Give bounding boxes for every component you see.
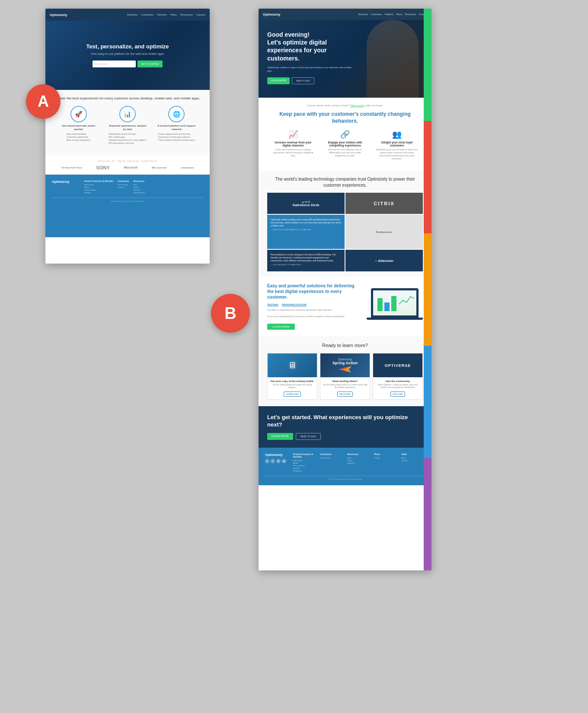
b-hero-test-button[interactable]: TEST IT OUT <box>292 77 314 84</box>
a-feature-1: 🚀 Get started and take action quickly Ea… <box>59 106 98 145</box>
a-footer-col-2: Customers Case Studies Reviews <box>118 180 129 194</box>
b-footer-link-cases[interactable]: Case Studies <box>320 457 344 459</box>
b-feature-revenue: 📈 Increase revenue from your digital cha… <box>272 130 315 160</box>
b-footer-col-4: Plans Pricing <box>374 453 398 472</box>
b-footer-link-guides[interactable]: Guides <box>347 459 371 462</box>
b-footer-link-web[interactable]: Web Testing <box>293 459 317 462</box>
b-footer-col-5-title: Other <box>401 453 425 455</box>
b-footer-link-pricing[interactable]: Pricing <box>374 457 398 459</box>
b-nav-solutions[interactable]: Solutions <box>358 13 368 16</box>
b-card-spring-title: Need landing ideas? <box>323 380 368 382</box>
a-nav-careers[interactable]: Careers <box>196 13 205 16</box>
b-card-optiverse-title: Join the community. <box>375 380 420 382</box>
a-footer-link-blog[interactable]: Blog <box>133 184 145 186</box>
b-footer-link-integrations[interactable]: Integrations <box>293 470 317 472</box>
a-get-started-button[interactable]: GET STARTED <box>137 60 162 67</box>
b-footer-col-1-title: Product Features & Benefits <box>293 453 317 458</box>
b-feature-engage-desc: Discover the most effective ways to diff… <box>323 148 367 157</box>
b-logo-comscore: Comscore <box>345 215 423 249</box>
b-card-testing: 🖥 Get your copy of the testing toolkit. … <box>267 353 317 400</box>
a-bullet-2-3: Targeted experiences for every platform <box>109 139 147 141</box>
b-curious-section: Curious about what's going on here? Take… <box>259 98 431 171</box>
b-card-spring-register-button[interactable]: REGISTER <box>337 392 353 397</box>
a-footer-link-reviews[interactable]: Reviews <box>118 186 129 188</box>
a-footer-link-guides[interactable]: Guides <box>133 186 145 188</box>
b-salesforce-label: Salesforce Desk <box>293 203 320 207</box>
a-nav-customers[interactable]: Customers <box>141 13 153 16</box>
a-feature-2: 📊 Powerful experiences, backed by data O… <box>108 106 147 145</box>
b-card-testing-download-button[interactable]: DOWNLOAD <box>284 392 300 397</box>
b-social-twitter-icon[interactable]: t <box>271 459 275 463</box>
a-footer-logo: Optimizely <box>52 180 78 194</box>
b-social-linkedin-icon[interactable]: in <box>276 459 281 463</box>
b-solutions-learn-more-button[interactable]: LEARN MORE <box>267 324 295 330</box>
b-laptop-base <box>367 318 423 320</box>
b-trust-title: The world's leading technology companies… <box>267 176 423 188</box>
a-email-input[interactable]: Work Email <box>93 60 136 67</box>
b-card-optiverse-explore-button[interactable]: EXPLORE <box>390 392 405 397</box>
a-hero: Test, personalize, and optimize One easy… <box>45 21 210 90</box>
b-footer-left: Optimizely f t in g+ <box>265 453 289 472</box>
a-footer-link-personalization[interactable]: Personalization <box>84 189 113 191</box>
b-nav-plans[interactable]: Plans <box>396 13 402 16</box>
b-card-testing-bg: 🖥 <box>268 353 317 377</box>
b-footer-col-2: Customers Case Studies <box>320 453 344 472</box>
a-nav-partners[interactable]: Partners <box>157 13 167 16</box>
b-footer-link-blog[interactable]: Blog <box>347 457 371 459</box>
b-footer-top: Optimizely f t in g+ Product Features & … <box>265 453 425 472</box>
a-bullet-2-1: Optimization across the web <box>109 133 147 135</box>
b-solutions-text: Easy and powerful solutions for deliveri… <box>267 283 361 330</box>
a-navbar: Optimizely Solutions Customers Partners … <box>45 9 210 21</box>
b-footer-link-personalization[interactable]: Personalization <box>293 465 317 467</box>
b-card-testing-image: 🖥 <box>268 353 317 377</box>
a-footer-link-docs[interactable]: Documentation <box>133 191 145 194</box>
b-curious-link[interactable]: Take a peek <box>350 104 364 107</box>
a-footer-col-1-title: Product Features & Benefits <box>84 180 113 182</box>
b-tab-personalization[interactable]: PERSONALIZATION <box>282 303 307 306</box>
b-footer-link-careers[interactable]: Careers <box>401 459 425 462</box>
b-card-spring-desc: Join the Spring Action series for conten… <box>323 384 368 389</box>
b-nav-platform[interactable]: Platform <box>385 13 393 16</box>
b-cta-learn-more-button[interactable]: LEARN MORE <box>267 433 293 440</box>
a-footer-link-mobile[interactable]: Mobile <box>84 186 113 188</box>
b-nav-resources[interactable]: Resources <box>405 13 416 16</box>
a-nav-resources[interactable]: Resources <box>180 13 193 16</box>
b-cta-test-button[interactable]: TEST IT OUT <box>296 433 321 440</box>
b-tab-testing[interactable]: TESTING <box>267 303 278 306</box>
b-footer-link-webinars[interactable]: Webinars <box>347 462 371 464</box>
b-hero-subtitle: Optimizely makes it easy to test and per… <box>267 66 353 73</box>
a-footer-link-webinars[interactable]: Webinars <box>133 189 145 191</box>
a-footer-link-analytics[interactable]: Analytics <box>84 191 113 194</box>
b-card-testing-title: Get your copy of the testing toolkit. <box>270 380 315 382</box>
a-nav-plans[interactable]: Plans <box>170 13 177 16</box>
a-feature-3-title: A trusted platform and support network <box>157 124 196 131</box>
a-feature-2-title: Powerful experiences, backed by data <box>108 124 147 131</box>
b-nav-links: Solutions Customers Platform Plans Resou… <box>358 13 427 16</box>
screenshot-b: Optimizely Solutions Customers Platform … <box>259 9 431 570</box>
b-footer-link-mobile[interactable]: Mobile <box>293 462 317 464</box>
b-hero-learn-more-button[interactable]: LEARN MORE <box>267 77 290 84</box>
a-nav-links: Solutions Customers Partners Plans Resou… <box>127 13 205 16</box>
b-behaviors-features: 📈 Increase revenue from your digital cha… <box>267 130 423 160</box>
b-footer-link-analytics[interactable]: Analytics <box>293 467 317 469</box>
a-feature-1-icon: 🚀 <box>70 106 87 122</box>
a-feature-2-bullets: Optimization across the web Rich mobile … <box>109 133 147 145</box>
b-solutions-title: Easy and powerful solutions for deliveri… <box>267 283 361 300</box>
b-social-facebook-icon[interactable]: f <box>265 459 269 463</box>
b-footer-col-2-title: Customers <box>320 453 344 455</box>
a-hero-search-form: Work Email GET STARTED <box>93 60 162 67</box>
a-footer-link-cases[interactable]: Case Studies <box>118 184 129 186</box>
a-nav-solutions[interactable]: Solutions <box>127 13 138 16</box>
a-logo: Optimizely <box>50 13 127 17</box>
b-nav-customers[interactable]: Customers <box>371 13 382 16</box>
b-social-googleplus-icon[interactable]: g+ <box>282 459 286 463</box>
b-salesforce-desk-icon: ☁ desk <box>301 200 310 203</box>
a-footer-link-web[interactable]: Web Testing <box>84 184 113 186</box>
b-card-spring-bg: Optimizely Spring Action <box>320 353 370 377</box>
a-footer-col-3-title: Resources <box>133 180 145 182</box>
a-bullet-3-3: Fully scalable enterprise infrastructure <box>158 139 195 141</box>
a-logo-sony: SONY <box>96 165 110 170</box>
b-solutions-tabs: TESTING PERSONALIZATION <box>267 303 361 306</box>
b-footer-col-3-title: Resources <box>347 453 371 455</box>
b-footer-link-about[interactable]: About <box>401 457 425 459</box>
